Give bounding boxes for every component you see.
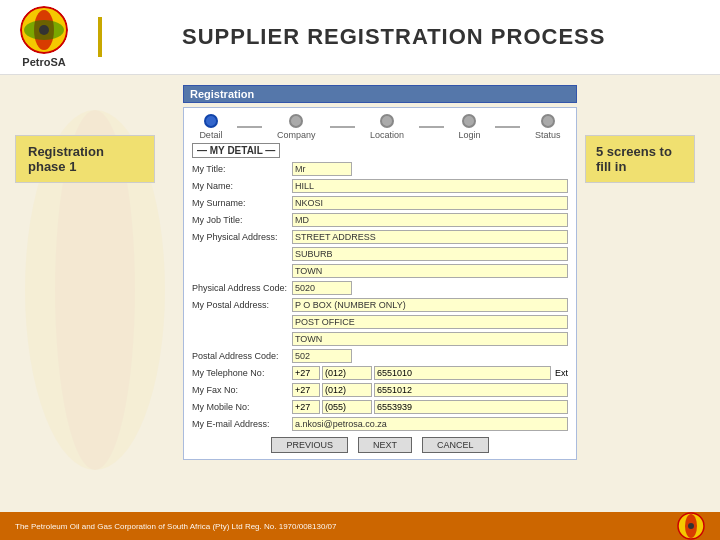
field-name: My Name: [192,179,568,193]
input-postal-address-3[interactable] [292,332,568,346]
svg-point-8 [688,523,694,529]
previous-button[interactable]: PREVIOUS [271,437,348,453]
step-location: Location [370,114,404,140]
input-name[interactable] [292,179,568,193]
input-mobile-number[interactable] [374,400,568,414]
step-status: Status [535,114,561,140]
label-title: My Title: [192,164,292,174]
footer-text: The Petroleum Oil and Gas Corporation of… [15,522,337,531]
label-physical-code: Physical Address Code: [192,283,292,293]
form-container: Registration Detail Company Location [175,85,585,495]
step-circle-status [541,114,555,128]
step-line-2 [330,126,355,128]
label-postal-address: My Postal Address: [192,300,292,310]
step-label-location: Location [370,130,404,140]
input-mobile-area[interactable] [322,400,372,414]
form-card: Detail Company Location Login [183,107,577,460]
step-line-1 [237,126,262,128]
fax-input-group [292,383,568,397]
label-job-title: My Job Title: [192,215,292,225]
field-telephone: My Telephone No: Ext [192,366,568,380]
step-label-detail: Detail [199,130,222,140]
input-postal-address-1[interactable] [292,298,568,312]
header-bar-divider [98,17,102,57]
step-circle-company [289,114,303,128]
input-surname[interactable] [292,196,568,210]
step-line-4 [495,126,520,128]
input-fax-number[interactable] [374,383,568,397]
step-circle-detail [204,114,218,128]
step-label-company: Company [277,130,316,140]
label-mobile: My Mobile No: [192,402,292,412]
label-surname: My Surname: [192,198,292,208]
field-physical-address-2 [192,247,568,261]
step-login: Login [458,114,480,140]
input-mobile-cc[interactable] [292,400,320,414]
input-title[interactable] [292,162,352,176]
button-row: PREVIOUS NEXT CANCEL [192,437,568,453]
input-physical-address-3[interactable] [292,264,568,278]
field-title: My Title: [192,162,568,176]
petro-sa-logo-icon [20,6,68,54]
field-physical-address-3 [192,264,568,278]
field-surname: My Surname: [192,196,568,210]
label-name: My Name: [192,181,292,191]
input-postal-address-2[interactable] [292,315,568,329]
step-circle-login [462,114,476,128]
label-physical-address: My Physical Address: [192,232,292,242]
field-physical-address-1: My Physical Address: [192,230,568,244]
next-button[interactable]: NEXT [358,437,412,453]
page-title: SUPPLIER REGISTRATION PROCESS [182,24,605,50]
telephone-input-group: Ext [292,366,568,380]
footer: The Petroleum Oil and Gas Corporation of… [0,512,720,540]
label-fax: My Fax No: [192,385,292,395]
field-postal-code: Postal Address Code: [192,349,568,363]
field-postal-address-3 [192,332,568,346]
step-line-3 [419,126,444,128]
sidebar: Registration phase 1 [15,85,175,495]
steps-bar: Detail Company Location Login [192,114,568,140]
field-email: My E-mail Address: [192,417,568,431]
field-job-title: My Job Title: [192,213,568,227]
label-postal-code: Postal Address Code: [192,351,292,361]
input-physical-code[interactable] [292,281,352,295]
label-email: My E-mail Address: [192,419,292,429]
input-fax-cc[interactable] [292,383,320,397]
registration-box-title: Registration [183,85,577,103]
field-physical-code: Physical Address Code: [192,281,568,295]
step-detail: Detail [199,114,222,140]
cancel-button[interactable]: CANCEL [422,437,489,453]
mobile-input-group [292,400,568,414]
input-tel-cc[interactable] [292,366,320,380]
step-company: Company [277,114,316,140]
input-tel-area[interactable] [322,366,372,380]
company-name-label: PetroSA [22,56,65,68]
right-panel: 5 screens to fill in [585,85,705,495]
input-physical-address-2[interactable] [292,247,568,261]
step-label-login: Login [458,130,480,140]
footer-logo-icon [677,512,705,540]
field-fax: My Fax No: [192,383,568,397]
svg-point-3 [39,25,49,35]
logo-circle [20,6,68,54]
input-fax-area[interactable] [322,383,372,397]
input-physical-address-1[interactable] [292,230,568,244]
label-ext: Ext [555,368,568,378]
screens-note-box: 5 screens to fill in [585,135,695,183]
main-content: Registration phase 1 Registration Detail… [0,75,720,505]
input-job-title[interactable] [292,213,568,227]
input-postal-code[interactable] [292,349,352,363]
field-postal-address-1: My Postal Address: [192,298,568,312]
field-postal-address-2 [192,315,568,329]
step-circle-location [380,114,394,128]
step-label-status: Status [535,130,561,140]
registration-phase-label: Registration phase 1 [15,135,155,183]
header: PetroSA SUPPLIER REGISTRATION PROCESS [0,0,720,75]
logo-area: PetroSA [20,6,68,68]
field-mobile: My Mobile No: [192,400,568,414]
section-title: — MY DETAIL — [192,143,280,158]
input-tel-number[interactable] [374,366,551,380]
label-telephone: My Telephone No: [192,368,292,378]
input-email[interactable] [292,417,568,431]
